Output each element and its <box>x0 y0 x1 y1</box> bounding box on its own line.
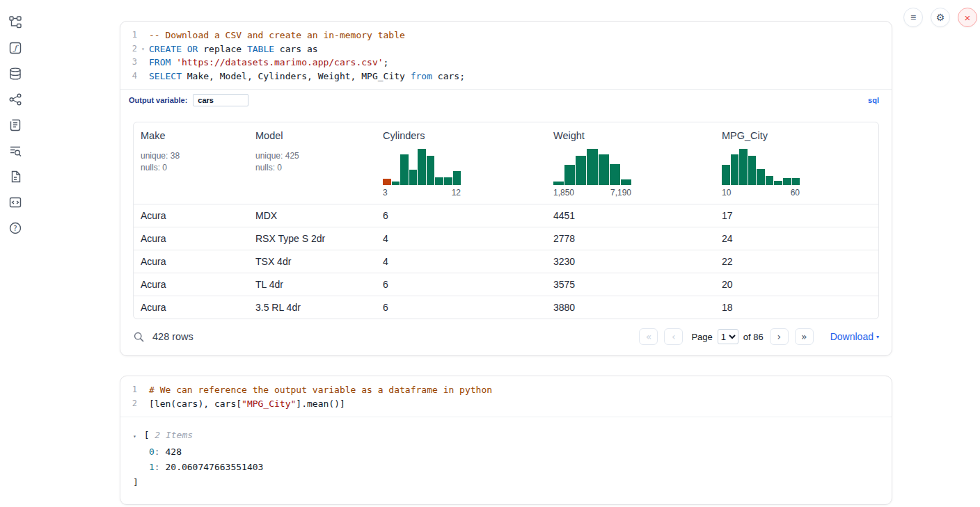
tree-items-count: 2 Items <box>155 430 193 440</box>
search-icon[interactable] <box>133 331 145 343</box>
help-icon[interactable]: ? <box>8 221 22 235</box>
column-header-weight[interactable]: Weight1,8507,190 <box>546 122 715 204</box>
snippets-icon[interactable] <box>8 195 22 209</box>
sql-cell: 1-- Download a CSV and create an in-memo… <box>120 21 892 356</box>
fold-gutter <box>137 70 149 83</box>
python-code-editor[interactable]: 1# We can reference the output variable … <box>120 376 892 417</box>
first-page-button[interactable]: « <box>639 328 658 345</box>
table-cell: 4451 <box>546 204 715 227</box>
row-count: 428 rows <box>152 331 193 342</box>
table-cell: 4 <box>376 250 546 273</box>
histogram-axis: 1060 <box>722 188 800 198</box>
prev-page-button[interactable]: ‹ <box>664 328 683 345</box>
table-cell: Acura <box>134 273 248 296</box>
line-number: 4 <box>120 70 137 83</box>
code-line[interactable]: 1-- Download a CSV and create an in-memo… <box>120 29 892 42</box>
last-page-button[interactable]: » <box>795 328 814 345</box>
python-output-tree: ▾ [ 2 Items0: 4281: 20.060747663551403] <box>120 417 892 504</box>
histogram-bar <box>400 154 409 185</box>
histogram-bar <box>553 182 564 185</box>
histogram-bar <box>453 171 461 185</box>
language-badge[interactable]: sql <box>868 96 879 104</box>
table-cell: 6 <box>376 204 546 227</box>
page-total-label: of 86 <box>743 332 764 342</box>
output-variable-input[interactable] <box>193 94 248 106</box>
tree-item: 1: 20.060747663551403 <box>133 460 879 475</box>
table-cell: 4 <box>376 227 546 250</box>
histogram-axis: 312 <box>383 188 461 198</box>
table-row[interactable]: AcuraMDX6445117 <box>134 204 879 227</box>
page-select[interactable]: 1 <box>718 329 738 344</box>
table-cell: RSX Type S 2dr <box>248 227 376 250</box>
settings-button[interactable]: ⚙ <box>931 8 950 27</box>
shutdown-button[interactable]: × <box>958 8 977 27</box>
menu-icon: ≡ <box>910 12 916 23</box>
line-number: 2 <box>120 397 137 411</box>
tree-root-line: ▾ [ 2 Items <box>133 428 879 444</box>
histogram-bar <box>564 165 575 185</box>
next-page-button[interactable]: › <box>770 328 789 345</box>
download-button[interactable]: Download ▾ <box>830 331 879 342</box>
table-row[interactable]: AcuraTL 4dr6357520 <box>134 273 879 296</box>
variables-icon[interactable]: ƒ <box>8 41 22 55</box>
table-cell: 24 <box>715 227 879 250</box>
histogram-bar <box>444 177 452 185</box>
top-right-controls: ≡⚙× <box>903 8 977 27</box>
output-variable-label: Output variable: <box>129 96 187 104</box>
sql-code-editor[interactable]: 1-- Download a CSV and create an in-memo… <box>120 22 892 89</box>
outline-search-icon[interactable] <box>8 144 22 158</box>
column-header-cylinders[interactable]: Cylinders312 <box>376 122 546 204</box>
line-number: 2 <box>120 42 137 56</box>
chevron-down-icon: ▾ <box>876 334 879 340</box>
logs-icon[interactable] <box>8 118 22 132</box>
documentation-icon[interactable] <box>8 170 22 184</box>
table-row[interactable]: AcuraTSX 4dr4323022 <box>134 250 879 273</box>
dependency-graph-icon[interactable] <box>8 92 22 106</box>
column-header-mpg_city[interactable]: MPG_City1060 <box>715 122 879 204</box>
tree-item-key: 0 <box>149 446 155 457</box>
table-cell: Acura <box>134 204 248 227</box>
table-row[interactable]: AcuraRSX Type S 2dr4277824 <box>134 227 879 250</box>
table-cell: TL 4dr <box>248 273 376 296</box>
table-cell: Acura <box>134 250 248 273</box>
code-line[interactable]: 3FROM 'https://datasets.marimo.app/cars.… <box>120 56 892 70</box>
weight-histogram[interactable]: 1,8507,190 <box>553 149 631 198</box>
column-header-make[interactable]: Makeunique: 38nulls: 0 <box>134 122 248 204</box>
column-header-model[interactable]: Modelunique: 425nulls: 0 <box>248 122 376 204</box>
cylinders-histogram[interactable]: 312 <box>383 149 461 198</box>
column-name: Make <box>141 130 242 141</box>
table-cell: 17 <box>715 204 879 227</box>
tree-item: 0: 428 <box>133 444 879 460</box>
histogram-axis: 1,8507,190 <box>553 188 631 198</box>
histogram-bar <box>722 165 730 185</box>
histogram-bar <box>427 156 435 185</box>
notebook: 1-- Download a CSV and create an in-memo… <box>120 21 892 505</box>
column-name: Cylinders <box>383 130 539 141</box>
fold-gutter <box>137 383 149 397</box>
code-line[interactable]: 4SELECT Make, Model, Cylinders, Weight, … <box>120 70 892 83</box>
code-text: SELECT Make, Model, Cylinders, Weight, M… <box>149 70 465 83</box>
python-cell: 1# We can reference the output variable … <box>120 376 892 505</box>
notebook-actions-button[interactable]: ≡ <box>903 8 923 27</box>
table-footer: 428 rows « ‹ Page 1 of 86 › » Download ▾ <box>120 319 892 355</box>
line-number: 1 <box>120 383 137 397</box>
download-label: Download <box>830 331 874 342</box>
table-row[interactable]: Acura3.5 RL 4dr6388018 <box>134 296 879 319</box>
code-text: FROM 'https://datasets.marimo.app/cars.c… <box>149 56 388 70</box>
histogram-bar <box>392 182 400 185</box>
code-line[interactable]: 1# We can reference the output variable … <box>120 383 892 397</box>
code-line[interactable]: 2[len(cars), cars["MPG_City"].mean()] <box>120 397 892 411</box>
code-text: CREATE OR replace TABLE cars as <box>149 42 318 56</box>
left-sidebar: ƒ? <box>0 0 31 507</box>
datasources-icon[interactable] <box>8 67 22 81</box>
collapse-caret-icon[interactable]: ▾ <box>133 433 136 440</box>
histogram-bar <box>587 149 597 185</box>
mpg_city-histogram[interactable]: 1060 <box>722 149 800 198</box>
column-name: Weight <box>553 130 708 141</box>
histogram-bar <box>610 164 620 185</box>
code-line[interactable]: 2▾CREATE OR replace TABLE cars as <box>120 42 892 56</box>
histogram-bar <box>748 156 757 185</box>
table-cell: TSX 4dr <box>248 250 376 273</box>
file-explorer-icon[interactable] <box>8 15 22 29</box>
fold-caret-icon[interactable]: ▾ <box>137 42 149 56</box>
